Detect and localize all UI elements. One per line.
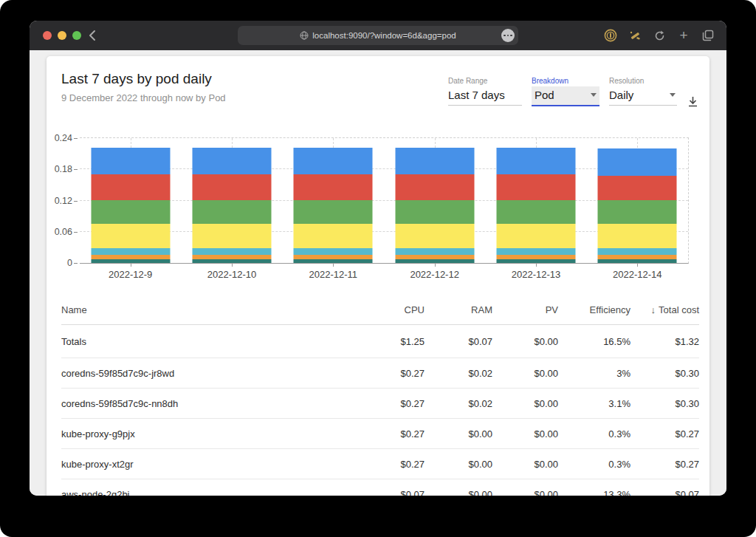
breakdown-value: Pod bbox=[535, 89, 554, 101]
bar-segment-yellow[interactable] bbox=[193, 224, 272, 248]
tabs-overview-button[interactable] bbox=[701, 29, 715, 42]
cell-ram: $0.00 bbox=[425, 489, 492, 496]
cost-table: Name CPU RAM PV Efficiency ↓Total cost T… bbox=[61, 294, 699, 496]
page-title: Last 7 days by pod daily bbox=[61, 71, 226, 87]
bar-segment-red[interactable] bbox=[91, 174, 170, 200]
x-axis-label: 2022-12-10 bbox=[207, 269, 257, 280]
cell-efficiency: 3% bbox=[558, 368, 630, 379]
x-axis-label: 2022-12-11 bbox=[309, 269, 358, 280]
bar-segment-red[interactable] bbox=[294, 174, 373, 200]
bar-segment-blue[interactable] bbox=[395, 148, 474, 174]
column-header-pv[interactable]: PV bbox=[492, 304, 558, 315]
cell-cpu: $0.27 bbox=[357, 459, 425, 470]
bar-segment-teal[interactable] bbox=[395, 259, 474, 263]
bar-segment-yellow[interactable] bbox=[598, 224, 677, 248]
table-row[interactable]: kube-proxy-g9pjx$0.27$0.00$0.000.3%$0.27 bbox=[61, 419, 699, 449]
stacked-bar[interactable] bbox=[91, 148, 170, 263]
browser-window: localhost:9090/?window=6d&agg=pod + Last bbox=[30, 21, 726, 496]
stacked-bar[interactable] bbox=[294, 148, 373, 263]
y-axis-label: 0.24 bbox=[55, 133, 80, 143]
cell-pv: $0.00 bbox=[492, 398, 558, 409]
bar-segment-red[interactable] bbox=[598, 176, 677, 200]
onepassword-extension-button[interactable] bbox=[604, 29, 617, 42]
download-button[interactable] bbox=[687, 95, 699, 108]
bar-segment-yellow[interactable] bbox=[294, 224, 373, 248]
bar-segment-teal[interactable] bbox=[497, 259, 576, 263]
bar-segment-cyan[interactable] bbox=[598, 248, 677, 254]
bar-segment-red[interactable] bbox=[193, 174, 272, 200]
stacked-bar[interactable] bbox=[193, 148, 272, 263]
table-row[interactable]: kube-proxy-xt2gr$0.27$0.00$0.000.3%$0.27 bbox=[61, 449, 699, 479]
cell-pv: $0.00 bbox=[492, 428, 558, 439]
breakdown-select[interactable]: Breakdown Pod bbox=[532, 77, 599, 106]
new-tab-button[interactable]: + bbox=[677, 29, 690, 42]
bar-segment-cyan[interactable] bbox=[395, 248, 474, 254]
reload-button[interactable] bbox=[653, 29, 666, 42]
bar-segment-cyan[interactable] bbox=[497, 248, 576, 254]
minimize-window-button[interactable] bbox=[58, 31, 66, 40]
column-header-ram[interactable]: RAM bbox=[425, 304, 492, 315]
cell-cpu: $0.27 bbox=[357, 398, 425, 409]
table-header-row: Name CPU RAM PV Efficiency ↓Total cost bbox=[61, 294, 699, 325]
bar-segment-green[interactable] bbox=[193, 200, 272, 224]
column-header-total-cost[interactable]: ↓Total cost bbox=[630, 304, 699, 315]
stacked-bar[interactable] bbox=[395, 148, 474, 263]
zoom-window-button[interactable] bbox=[72, 31, 81, 40]
cell-efficiency: 3.1% bbox=[558, 398, 630, 409]
resolution-select[interactable]: Resolution Daily bbox=[609, 77, 677, 106]
y-axis-label: 0.06 bbox=[55, 227, 80, 237]
address-bar[interactable]: localhost:9090/?window=6d&agg=pod bbox=[238, 26, 518, 45]
bar-segment-teal[interactable] bbox=[193, 259, 272, 263]
bar-segment-yellow[interactable] bbox=[395, 224, 474, 248]
stacked-bar[interactable] bbox=[598, 148, 677, 263]
bar-segment-green[interactable] bbox=[294, 200, 373, 224]
bar-segment-teal[interactable] bbox=[91, 259, 170, 263]
cell-efficiency: 0.3% bbox=[558, 428, 630, 439]
table-row[interactable]: coredns-59f85d7c9c-jr8wd$0.27$0.02$0.003… bbox=[61, 358, 699, 389]
column-header-cpu[interactable]: CPU bbox=[357, 304, 425, 315]
bar-segment-yellow[interactable] bbox=[497, 224, 576, 248]
table-body: Totals$1.25$0.07$0.0016.5%$1.32coredns-5… bbox=[61, 325, 699, 496]
column-header-name[interactable]: Name bbox=[61, 304, 357, 315]
bar-segment-cyan[interactable] bbox=[91, 248, 170, 254]
url-text: localhost:9090/?window=6d&agg=pod bbox=[312, 31, 456, 40]
bar-segment-cyan[interactable] bbox=[294, 248, 373, 254]
bar-segment-green[interactable] bbox=[497, 200, 576, 224]
bar-segment-green[interactable] bbox=[91, 200, 170, 224]
column-header-efficiency[interactable]: Efficiency bbox=[558, 304, 630, 315]
back-button[interactable] bbox=[86, 28, 100, 43]
bar-segment-green[interactable] bbox=[598, 200, 677, 224]
bar-segment-cyan[interactable] bbox=[193, 248, 272, 254]
page-subtitle: 9 December 2022 through now by Pod bbox=[61, 92, 226, 103]
bar-segment-yellow[interactable] bbox=[91, 224, 170, 248]
bar-segment-teal[interactable] bbox=[598, 259, 677, 263]
cell-cpu: $0.27 bbox=[357, 428, 425, 439]
x-axis-label: 2022-12-14 bbox=[613, 269, 662, 280]
more-options-button[interactable] bbox=[501, 29, 515, 42]
bar-segment-blue[interactable] bbox=[193, 148, 272, 174]
cell-pv: $0.00 bbox=[492, 336, 558, 347]
cell-cpu: $1.25 bbox=[357, 336, 425, 347]
bar-segment-blue[interactable] bbox=[91, 148, 170, 174]
onepassword-extension-icon bbox=[604, 29, 617, 42]
wand-extension-button[interactable] bbox=[628, 29, 642, 42]
cell-ram: $0.00 bbox=[425, 428, 492, 439]
table-row[interactable]: coredns-59f85d7c9c-nn8dh$0.27$0.02$0.003… bbox=[61, 389, 699, 419]
bar-segment-red[interactable] bbox=[497, 174, 576, 200]
resolution-label: Resolution bbox=[609, 77, 677, 85]
table-row[interactable]: Totals$1.25$0.07$0.0016.5%$1.32 bbox=[61, 325, 699, 358]
bar-segment-blue[interactable] bbox=[598, 148, 677, 176]
bar-segment-teal[interactable] bbox=[294, 259, 373, 263]
table-row[interactable]: aws-node-2g2bj$0.07$0.00$0.0013.3%$0.07 bbox=[61, 479, 699, 496]
bar-segment-red[interactable] bbox=[395, 174, 474, 200]
date-range-control[interactable]: Date Range Last 7 days bbox=[448, 77, 522, 106]
close-window-button[interactable] bbox=[43, 31, 52, 40]
x-axis-label: 2022-12-9 bbox=[109, 269, 152, 280]
stacked-bar[interactable] bbox=[497, 148, 576, 263]
cell-name: coredns-59f85d7c9c-nn8dh bbox=[61, 398, 357, 409]
bar-segment-green[interactable] bbox=[395, 200, 474, 224]
cell-total: $1.32 bbox=[630, 336, 699, 347]
bar-segment-blue[interactable] bbox=[294, 148, 373, 174]
plot-area: 00.060.120.180.242022-12-92022-12-102022… bbox=[80, 137, 689, 264]
bar-segment-blue[interactable] bbox=[497, 148, 576, 174]
